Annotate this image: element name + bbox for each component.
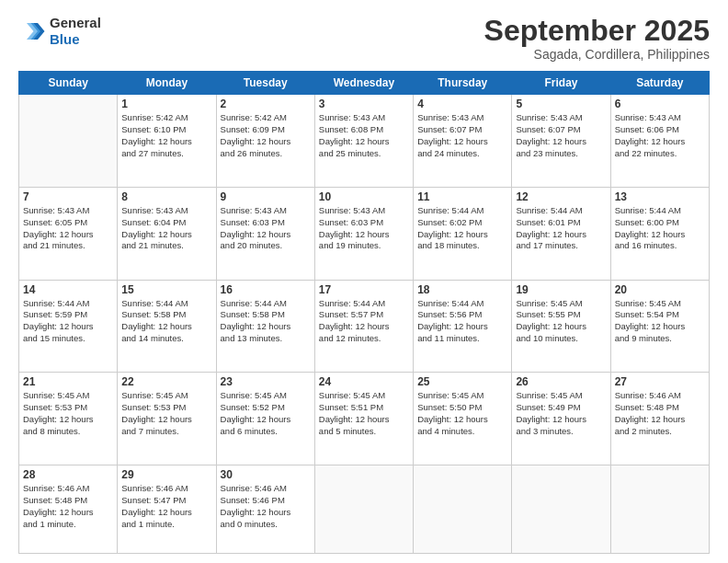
day-number: 28 [23,468,113,481]
day-number: 25 [417,375,507,388]
calendar-table: SundayMondayTuesdayWednesdayThursdayFrid… [18,71,710,554]
day-info: Sunrise: 5:44 AM Sunset: 5:58 PM Dayligh… [121,298,211,345]
calendar-cell [19,95,118,188]
day-number: 9 [221,190,311,203]
calendar-cell: 9Sunrise: 5:43 AM Sunset: 6:03 PM Daylig… [216,187,314,280]
calendar-cell: 18Sunrise: 5:44 AM Sunset: 5:56 PM Dayli… [414,280,512,373]
day-number: 20 [615,283,705,296]
calendar-week-row: 28Sunrise: 5:46 AM Sunset: 5:48 PM Dayli… [19,465,710,554]
column-header-sunday: Sunday [19,72,118,95]
day-number: 24 [319,375,409,388]
column-header-thursday: Thursday [414,72,512,95]
logo-text: General Blue [50,15,101,48]
calendar-cell: 3Sunrise: 5:43 AM Sunset: 6:08 PM Daylig… [314,95,413,188]
day-number: 22 [121,375,211,388]
day-number: 10 [319,190,409,203]
location-subtitle: Sagada, Cordillera, Philippines [484,47,710,62]
day-info: Sunrise: 5:44 AM Sunset: 6:01 PM Dayligh… [516,205,606,252]
day-info: Sunrise: 5:45 AM Sunset: 5:52 PM Dayligh… [221,390,311,437]
calendar-week-row: 7Sunrise: 5:43 AM Sunset: 6:05 PM Daylig… [19,187,710,280]
calendar-header-row: SundayMondayTuesdayWednesdayThursdayFrid… [19,72,710,95]
day-number: 1 [121,98,211,110]
day-info: Sunrise: 5:45 AM Sunset: 5:53 PM Dayligh… [121,390,211,437]
day-info: Sunrise: 5:43 AM Sunset: 6:04 PM Dayligh… [121,205,211,252]
day-number: 8 [121,190,211,203]
calendar-cell: 14Sunrise: 5:44 AM Sunset: 5:59 PM Dayli… [19,280,118,373]
day-info: Sunrise: 5:43 AM Sunset: 6:03 PM Dayligh… [319,205,409,252]
calendar-cell [314,465,413,554]
day-info: Sunrise: 5:43 AM Sunset: 6:06 PM Dayligh… [615,112,705,159]
day-info: Sunrise: 5:43 AM Sunset: 6:07 PM Dayligh… [417,112,507,159]
day-info: Sunrise: 5:42 AM Sunset: 6:09 PM Dayligh… [221,112,311,159]
day-number: 27 [615,375,705,388]
day-info: Sunrise: 5:44 AM Sunset: 5:58 PM Dayligh… [221,298,311,345]
day-number: 30 [221,468,311,481]
day-number: 4 [417,98,507,110]
day-info: Sunrise: 5:45 AM Sunset: 5:49 PM Dayligh… [516,390,606,437]
day-info: Sunrise: 5:46 AM Sunset: 5:48 PM Dayligh… [615,390,705,437]
day-number: 17 [319,283,409,296]
calendar-cell: 4Sunrise: 5:43 AM Sunset: 6:07 PM Daylig… [414,95,512,188]
calendar-cell: 8Sunrise: 5:43 AM Sunset: 6:04 PM Daylig… [118,187,216,280]
calendar-cell: 2Sunrise: 5:42 AM Sunset: 6:09 PM Daylig… [216,95,314,188]
day-info: Sunrise: 5:45 AM Sunset: 5:53 PM Dayligh… [23,390,113,437]
calendar-cell: 25Sunrise: 5:45 AM Sunset: 5:50 PM Dayli… [414,373,512,465]
day-number: 7 [23,190,113,203]
calendar-cell: 17Sunrise: 5:44 AM Sunset: 5:57 PM Dayli… [314,280,413,373]
column-header-friday: Friday [512,72,610,95]
calendar-cell: 13Sunrise: 5:44 AM Sunset: 6:00 PM Dayli… [610,187,709,280]
day-number: 12 [516,190,606,203]
calendar-cell: 22Sunrise: 5:45 AM Sunset: 5:53 PM Dayli… [118,373,216,465]
calendar-cell: 26Sunrise: 5:45 AM Sunset: 5:49 PM Dayli… [512,373,610,465]
day-number: 29 [121,468,211,481]
column-header-wednesday: Wednesday [314,72,413,95]
day-info: Sunrise: 5:45 AM Sunset: 5:54 PM Dayligh… [615,298,705,345]
day-info: Sunrise: 5:45 AM Sunset: 5:51 PM Dayligh… [319,390,409,437]
day-info: Sunrise: 5:45 AM Sunset: 5:55 PM Dayligh… [516,298,606,345]
calendar-cell: 12Sunrise: 5:44 AM Sunset: 6:01 PM Dayli… [512,187,610,280]
day-info: Sunrise: 5:44 AM Sunset: 5:59 PM Dayligh… [23,298,113,345]
column-header-tuesday: Tuesday [216,72,314,95]
day-info: Sunrise: 5:43 AM Sunset: 6:05 PM Dayligh… [23,205,113,252]
calendar-cell: 28Sunrise: 5:46 AM Sunset: 5:48 PM Dayli… [19,465,118,554]
day-number: 19 [516,283,606,296]
header: General Blue September 2025 Sagada, Cord… [18,15,710,62]
logo: General Blue [18,15,101,48]
day-number: 2 [221,98,311,110]
day-info: Sunrise: 5:44 AM Sunset: 6:02 PM Dayligh… [417,205,507,252]
day-number: 5 [516,98,606,110]
calendar-cell [414,465,512,554]
day-number: 14 [23,283,113,296]
calendar-cell: 19Sunrise: 5:45 AM Sunset: 5:55 PM Dayli… [512,280,610,373]
calendar-cell: 21Sunrise: 5:45 AM Sunset: 5:53 PM Dayli… [19,373,118,465]
day-number: 13 [615,190,705,203]
calendar-cell [610,465,709,554]
column-header-saturday: Saturday [610,72,709,95]
calendar-cell: 23Sunrise: 5:45 AM Sunset: 5:52 PM Dayli… [216,373,314,465]
day-number: 18 [417,283,507,296]
calendar-cell: 11Sunrise: 5:44 AM Sunset: 6:02 PM Dayli… [414,187,512,280]
column-header-monday: Monday [118,72,216,95]
day-number: 21 [23,375,113,388]
day-info: Sunrise: 5:45 AM Sunset: 5:50 PM Dayligh… [417,390,507,437]
calendar-cell: 20Sunrise: 5:45 AM Sunset: 5:54 PM Dayli… [610,280,709,373]
logo-icon [18,17,46,45]
calendar-cell: 30Sunrise: 5:46 AM Sunset: 5:46 PM Dayli… [216,465,314,554]
day-info: Sunrise: 5:46 AM Sunset: 5:47 PM Dayligh… [121,483,211,530]
day-info: Sunrise: 5:43 AM Sunset: 6:07 PM Dayligh… [516,112,606,159]
calendar-cell: 16Sunrise: 5:44 AM Sunset: 5:58 PM Dayli… [216,280,314,373]
page: General Blue September 2025 Sagada, Cord… [0,0,728,563]
calendar-cell: 27Sunrise: 5:46 AM Sunset: 5:48 PM Dayli… [610,373,709,465]
day-info: Sunrise: 5:44 AM Sunset: 5:56 PM Dayligh… [417,298,507,345]
month-title: September 2025 [484,15,710,47]
calendar-cell: 15Sunrise: 5:44 AM Sunset: 5:58 PM Dayli… [118,280,216,373]
calendar-week-row: 21Sunrise: 5:45 AM Sunset: 5:53 PM Dayli… [19,373,710,465]
calendar-cell: 6Sunrise: 5:43 AM Sunset: 6:06 PM Daylig… [610,95,709,188]
day-number: 11 [417,190,507,203]
calendar-cell [512,465,610,554]
calendar-cell: 5Sunrise: 5:43 AM Sunset: 6:07 PM Daylig… [512,95,610,188]
day-info: Sunrise: 5:42 AM Sunset: 6:10 PM Dayligh… [121,112,211,159]
day-number: 26 [516,375,606,388]
day-info: Sunrise: 5:44 AM Sunset: 6:00 PM Dayligh… [615,205,705,252]
calendar-week-row: 14Sunrise: 5:44 AM Sunset: 5:59 PM Dayli… [19,280,710,373]
